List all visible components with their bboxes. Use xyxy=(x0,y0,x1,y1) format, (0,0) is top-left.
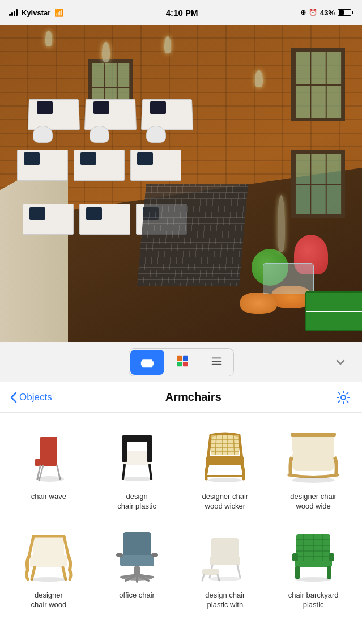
designer-chair-wood-wide-svg xyxy=(279,425,347,488)
list-tab-button[interactable] xyxy=(199,349,233,374)
chair-barckyard-plastic-svg xyxy=(279,524,347,586)
svg-rect-7 xyxy=(182,361,187,366)
gear-icon xyxy=(336,390,351,405)
design-chair-plastic-with-svg xyxy=(191,524,259,586)
items-grid: chair wave designchair plastic xyxy=(0,413,362,622)
objects-tab-button[interactable] xyxy=(130,350,164,375)
item-label-office-chair: office chair xyxy=(119,591,155,600)
carrier-label: Kyivstar xyxy=(22,9,50,17)
svg-rect-3 xyxy=(142,359,152,363)
svg-rect-52 xyxy=(120,555,154,566)
chevron-down-icon xyxy=(334,356,347,368)
svg-rect-4 xyxy=(177,355,181,360)
item-label-design-chair-plastic: designchair plastic xyxy=(117,492,156,511)
item-label-designer-chair-wood-wicker: designer chairwood wicker xyxy=(202,492,249,511)
glass-table-scene xyxy=(263,263,314,294)
svg-rect-39 xyxy=(292,451,334,471)
list-icon xyxy=(209,354,224,368)
svg-rect-80 xyxy=(329,553,334,561)
pendant-light-3 xyxy=(255,70,263,87)
window-right-lower xyxy=(291,150,345,218)
item-image-chair-wave xyxy=(15,425,83,488)
item-image-design-chair-plastic-with xyxy=(191,524,259,586)
svg-point-24 xyxy=(121,477,153,481)
svg-point-50 xyxy=(31,577,67,582)
svg-point-83 xyxy=(295,577,331,582)
svg-line-45 xyxy=(32,567,35,579)
item-chair-barckyard-plastic[interactable]: chair barckyardplastic xyxy=(270,520,356,613)
window-right xyxy=(291,48,345,121)
svg-line-48 xyxy=(64,536,69,557)
svg-rect-79 xyxy=(292,553,298,561)
item-chair-wave[interactable]: chair wave xyxy=(6,422,92,515)
item-label-design-chair-plastic-with: design chairplastic with xyxy=(205,591,245,610)
item-office-chair[interactable]: office chair xyxy=(94,520,180,613)
svg-rect-13 xyxy=(35,459,57,466)
lock-icon: ⊕ xyxy=(300,9,306,16)
item-image-designer-chair-wood xyxy=(15,524,83,586)
svg-rect-41 xyxy=(291,433,336,437)
back-label: Objects xyxy=(19,392,52,403)
pendant-light-1 xyxy=(102,42,110,62)
designer-chair-wood-svg xyxy=(15,524,83,586)
item-designer-chair-wood[interactable]: designerchair wood xyxy=(6,520,92,613)
chevron-left-icon xyxy=(10,392,17,403)
battery-percent: 43% xyxy=(320,9,335,17)
item-designer-chair-wood-wide[interactable]: designer chairwood wide xyxy=(270,422,356,515)
svg-rect-44 xyxy=(33,536,64,557)
settings-button[interactable] xyxy=(335,389,352,406)
item-label-chair-wave: chair wave xyxy=(31,492,66,502)
svg-point-17 xyxy=(36,476,64,482)
item-label-designer-chair-wood-wide: designer chairwood wide xyxy=(290,492,337,511)
page-title: Armchairs xyxy=(165,391,222,404)
materials-tab-button[interactable] xyxy=(165,349,199,374)
item-design-chair-plastic[interactable]: designchair plastic xyxy=(94,422,180,515)
svg-rect-81 xyxy=(295,566,300,579)
svg-rect-36 xyxy=(206,456,244,465)
svg-rect-27 xyxy=(211,435,239,455)
svg-point-69 xyxy=(209,577,241,581)
status-bar: Kyivstar 📶 4:10 PM ⊕ ⏰ 43% xyxy=(0,0,362,25)
office-chair-svg xyxy=(103,524,171,586)
toolbar-btn-group xyxy=(129,348,234,376)
svg-rect-82 xyxy=(327,566,331,579)
back-button[interactable]: Objects xyxy=(10,392,52,403)
item-image-design-chair-plastic xyxy=(103,425,171,488)
partition-divider xyxy=(137,184,248,286)
designer-chair-wood-wicker-svg xyxy=(191,425,259,488)
svg-rect-51 xyxy=(123,532,151,558)
chevron-down-button[interactable] xyxy=(330,352,351,372)
ping-pong-table xyxy=(305,291,362,331)
svg-line-67 xyxy=(202,575,204,581)
svg-line-47 xyxy=(29,536,33,557)
svg-line-65 xyxy=(237,565,240,578)
svg-rect-60 xyxy=(116,553,123,557)
svg-point-11 xyxy=(341,395,346,400)
svg-line-23 xyxy=(150,465,151,479)
item-design-chair-plastic-with[interactable]: design chairplastic with xyxy=(182,520,269,613)
nav-bar: Objects Armchairs xyxy=(0,382,362,413)
battery-icon xyxy=(338,9,353,16)
item-designer-chair-wood-wicker[interactable]: designer chairwood wicker xyxy=(182,422,269,515)
svg-line-46 xyxy=(63,567,66,579)
chair-wave-svg xyxy=(15,425,83,488)
svg-rect-61 xyxy=(151,553,158,557)
svg-point-42 xyxy=(292,477,335,483)
svg-rect-40 xyxy=(292,434,334,454)
design-chair-plastic-svg xyxy=(103,425,171,488)
item-image-chair-barckyard-plastic xyxy=(279,524,347,586)
palette-icon xyxy=(175,354,190,368)
svg-rect-43 xyxy=(30,555,67,567)
item-image-designer-chair-wood-wide xyxy=(279,425,347,488)
pendant-light-5 xyxy=(278,195,285,252)
wifi-icon: 📶 xyxy=(54,9,63,17)
time-display: 4:10 PM xyxy=(166,8,198,18)
status-right: ⊕ ⏰ 43% xyxy=(300,9,353,17)
svg-rect-63 xyxy=(210,557,240,565)
svg-point-38 xyxy=(208,478,242,482)
scene-view[interactable] xyxy=(0,25,362,342)
status-left: Kyivstar 📶 xyxy=(9,9,63,17)
svg-line-22 xyxy=(123,465,125,479)
pendant-light-4 xyxy=(45,31,52,46)
svg-rect-66 xyxy=(202,569,219,575)
